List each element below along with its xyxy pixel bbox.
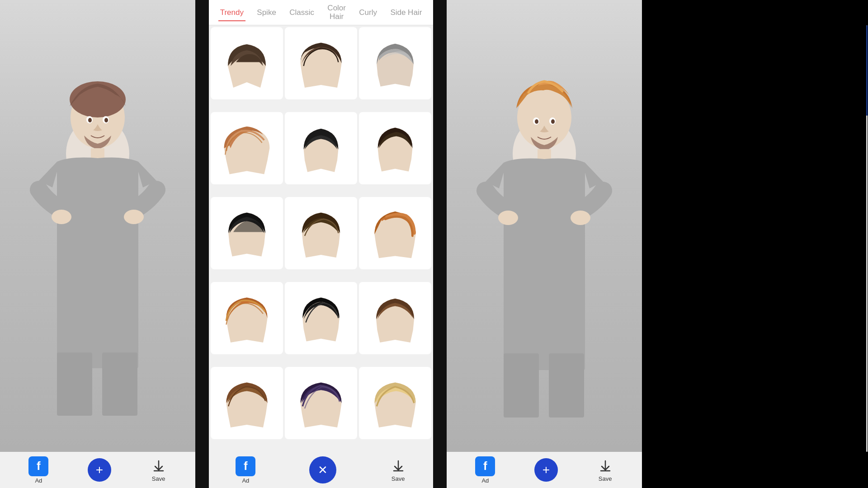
tab-spike[interactable]: Spike [255,5,278,21]
left-ad-button[interactable]: f Ad [28,456,48,484]
left-ad-label: Ad [35,477,42,484]
hair-style-5-img [288,116,354,181]
tab-color-hair[interactable]: Color Hair [326,0,348,24]
hair-style-1-img [214,31,279,96]
hair-item-1[interactable] [211,27,283,99]
hair-item-8[interactable] [285,197,357,269]
right-panel: f Ad + Save [447,0,642,488]
hair-style-7-img [214,201,279,266]
hair-style-9-img [363,201,428,266]
right-bottom-bar: f Ad + Save [447,452,642,488]
person-left [12,72,184,461]
right-save-label: Save [599,475,612,482]
hair-style-3-img [363,31,428,96]
hair-style-10-img [214,286,279,351]
hair-item-4[interactable] [211,112,283,184]
tab-curly[interactable]: Curly [357,5,379,21]
hair-item-15[interactable] [359,367,431,439]
svg-point-9 [124,210,144,224]
hair-item-11[interactable] [285,282,357,354]
center-save-label: Save [392,475,405,482]
save-icon-left [151,458,167,474]
scroll-indicator[interactable] [866,25,868,452]
svg-rect-12 [102,352,137,416]
svg-point-18 [551,119,555,124]
hair-item-9[interactable] [359,197,431,269]
center-panel: Trendy Spike Classic Color Hair Curly Si… [209,0,433,488]
hair-style-14-img [288,371,354,436]
svg-point-6 [104,118,108,122]
left-divider [195,0,209,488]
hair-item-14[interactable] [285,367,357,439]
svg-point-21 [571,211,590,225]
right-ad-button[interactable]: f Ad [475,456,495,484]
right-add-button[interactable]: + [534,458,558,482]
svg-point-8 [52,210,71,224]
close-icon: ✕ [318,464,328,476]
tab-side-hair[interactable]: Side Hair [388,5,424,21]
hair-item-7[interactable] [211,197,283,269]
hair-style-15-img [363,371,428,436]
right-divider [433,0,447,488]
svg-point-5 [88,118,92,122]
center-bottom-bar: f Ad ✕ Save [209,452,433,488]
svg-rect-10 [57,251,138,368]
hair-item-10[interactable] [211,282,283,354]
tab-color-hair-line2: Hair [330,13,344,21]
hair-item-3[interactable] [359,27,431,99]
svg-rect-23 [504,353,539,418]
facebook-icon-center: f [236,456,255,476]
tab-trendy[interactable]: Trendy [218,5,245,21]
center-save-button[interactable]: Save [390,458,406,482]
hair-style-12-img [363,286,428,351]
left-bottom-bar: f Ad + Save [0,452,195,488]
center-ad-label: Ad [242,477,249,484]
left-panel: f Ad + Save [0,0,195,488]
hair-item-5[interactable] [285,112,357,184]
right-save-button[interactable]: Save [597,458,613,482]
hair-item-6[interactable] [359,112,431,184]
save-icon-center [390,458,406,474]
svg-rect-11 [57,352,92,416]
close-button[interactable]: ✕ [309,456,336,483]
hair-item-13[interactable] [211,367,283,439]
tab-color-hair-line1: Color [327,4,346,13]
left-add-button[interactable]: + [88,458,111,482]
right-ad-label: Ad [481,477,489,484]
svg-rect-24 [549,353,584,418]
hair-style-2-img [288,31,354,96]
scroll-thumb [866,25,868,116]
tab-classic[interactable]: Classic [288,5,316,21]
center-ad-button[interactable]: f Ad [236,456,255,484]
hair-style-grid [209,25,433,452]
hair-style-8-img [288,201,354,266]
person-right [458,72,630,461]
facebook-icon-right: f [475,456,495,476]
save-icon-right [597,458,613,474]
hair-style-11-img [288,286,354,351]
hair-style-4-img [214,116,279,181]
hair-item-12[interactable] [359,282,431,354]
facebook-icon-left: f [28,456,48,476]
left-save-button[interactable]: Save [151,458,167,482]
tab-bar: Trendy Spike Classic Color Hair Curly Si… [209,0,433,25]
left-save-label: Save [152,475,165,482]
svg-point-17 [535,119,538,124]
hair-style-6-img [363,116,428,181]
svg-rect-22 [504,252,585,370]
svg-point-20 [498,211,518,225]
hair-style-13-img [214,371,279,436]
hair-item-2[interactable] [285,27,357,99]
